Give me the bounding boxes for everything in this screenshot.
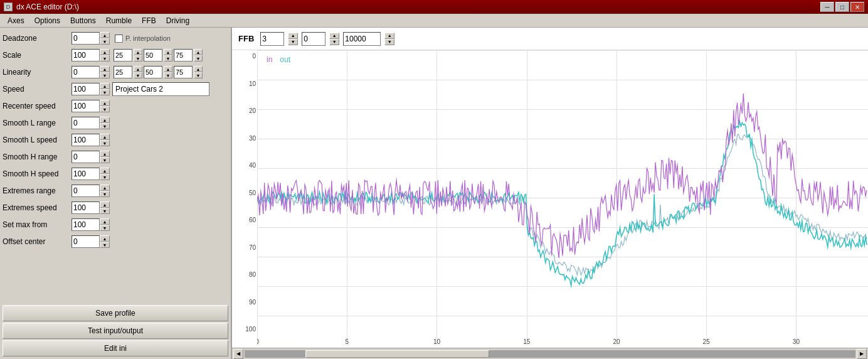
chart-canvas bbox=[257, 50, 868, 345]
right-panel: FFB 3 ▲ ▼ 0 ▲ ▼ 10000 ▲ ▼ bbox=[232, 28, 868, 359]
ffb-spin-3-down[interactable]: ▼ bbox=[384, 39, 394, 45]
y-label-10: 10 bbox=[233, 80, 256, 87]
param-row-scale: Scale 100 ▲ ▼ 25 ▲ ▼ 50 ▲ ▼ bbox=[3, 47, 228, 63]
scroll-thumb[interactable] bbox=[305, 350, 489, 358]
spin-up-smooth-h-speed[interactable]: ▲ bbox=[100, 168, 110, 174]
spin-up-smooth-h-range[interactable]: ▲ bbox=[100, 151, 110, 157]
spin-up-extremes-speed[interactable]: ▲ bbox=[100, 201, 110, 208]
save-profile-button[interactable]: Save profile bbox=[3, 305, 228, 321]
spin-down-offset-center[interactable]: ▼ bbox=[100, 242, 110, 248]
maximize-button[interactable]: □ bbox=[835, 2, 849, 12]
y-axis: 100 90 80 70 60 50 40 30 20 10 0 bbox=[232, 50, 257, 335]
menu-axes[interactable]: Axes bbox=[3, 15, 29, 26]
scale-extra-1[interactable]: 25 bbox=[114, 49, 132, 62]
spin-down-linearity[interactable]: ▼ bbox=[100, 72, 110, 78]
spin-up-deadzone[interactable]: ▲ bbox=[100, 32, 110, 38]
menu-buttons[interactable]: Buttons bbox=[65, 15, 101, 26]
scale-spin-1: ▲ ▼ bbox=[134, 49, 142, 62]
spin-offset-center: ▲ ▼ bbox=[100, 235, 110, 248]
value-extremes-range[interactable]: 0 bbox=[71, 185, 100, 197]
scale-spin-1-down[interactable]: ▼ bbox=[134, 55, 142, 62]
value-speed[interactable]: 100 bbox=[71, 83, 100, 95]
spin-down-smooth-l-range[interactable]: ▼ bbox=[100, 123, 110, 129]
param-row-smooth-h-range: Smooth H range 0 ▲ ▼ bbox=[3, 149, 228, 165]
linearity-spin-3-down[interactable]: ▼ bbox=[194, 72, 203, 78]
spin-down-set-max-from[interactable]: ▼ bbox=[100, 225, 110, 231]
value-offset-center[interactable]: 0 bbox=[71, 235, 100, 248]
spin-down-recenter-speed[interactable]: ▼ bbox=[100, 106, 110, 112]
game-select[interactable]: Project Cars 2 bbox=[112, 82, 209, 96]
ffb-input-1[interactable]: 3 bbox=[260, 32, 284, 46]
menu-rumble[interactable]: Rumble bbox=[101, 15, 137, 26]
menu-bar: Axes Options Buttons Rumble FFB Driving bbox=[0, 14, 868, 28]
spin-set-max-from: ▲ ▼ bbox=[100, 218, 110, 231]
linearity-extra-1[interactable]: 25 bbox=[114, 66, 132, 78]
menu-options[interactable]: Options bbox=[29, 15, 65, 26]
menu-ffb[interactable]: FFB bbox=[137, 15, 161, 26]
ffb-bar: FFB 3 ▲ ▼ 0 ▲ ▼ 10000 ▲ ▼ bbox=[232, 28, 868, 50]
linearity-spin-1-up[interactable]: ▲ bbox=[134, 66, 142, 72]
test-input-output-button[interactable]: Test input/output bbox=[3, 323, 228, 339]
linearity-spin-1-down[interactable]: ▼ bbox=[134, 72, 142, 78]
scroll-right-button[interactable]: ▶ bbox=[857, 349, 867, 359]
spin-up-linearity[interactable]: ▲ bbox=[100, 66, 110, 72]
value-smooth-h-range[interactable]: 0 bbox=[71, 151, 100, 163]
spin-down-smooth-h-range[interactable]: ▼ bbox=[100, 157, 110, 163]
spin-up-speed[interactable]: ▲ bbox=[100, 83, 110, 89]
left-panel: Deadzone 0 ▲ ▼ P. interpolation Scale 10… bbox=[0, 28, 232, 359]
spin-down-scale[interactable]: ▼ bbox=[100, 55, 110, 62]
value-deadzone[interactable]: 0 bbox=[71, 32, 100, 45]
spin-speed: ▲ ▼ bbox=[100, 83, 110, 95]
value-scale[interactable]: 100 bbox=[71, 49, 100, 62]
ffb-spin-3: ▲ ▼ bbox=[384, 33, 394, 45]
ffb-input-2[interactable]: 0 bbox=[302, 32, 326, 46]
scale-spin-1-up[interactable]: ▲ bbox=[134, 49, 142, 55]
ffb-spin-3-up[interactable]: ▲ bbox=[384, 33, 394, 39]
value-extremes-speed[interactable]: 100 bbox=[71, 201, 100, 214]
interpolation-checkbox[interactable] bbox=[115, 35, 123, 43]
linearity-spin-2-down[interactable]: ▼ bbox=[164, 72, 172, 78]
spin-up-set-max-from[interactable]: ▲ bbox=[100, 218, 110, 225]
linearity-spin-3-up[interactable]: ▲ bbox=[194, 66, 203, 72]
param-row-speed: Speed 100 ▲ ▼ Project Cars 2 bbox=[3, 81, 228, 97]
value-set-max-from[interactable]: 100 bbox=[71, 218, 100, 231]
scale-extra-2[interactable]: 50 bbox=[144, 49, 162, 62]
scale-extra-3[interactable]: 75 bbox=[174, 49, 193, 62]
scale-spin-3-up[interactable]: ▲ bbox=[194, 49, 203, 55]
spin-up-recenter-speed[interactable]: ▲ bbox=[100, 100, 110, 106]
value-linearity[interactable]: 0 bbox=[71, 66, 100, 78]
linearity-extra-3[interactable]: 75 bbox=[174, 66, 193, 78]
value-smooth-h-speed[interactable]: 100 bbox=[71, 168, 100, 180]
spin-down-speed[interactable]: ▼ bbox=[100, 89, 110, 95]
spin-down-smooth-h-speed[interactable]: ▼ bbox=[100, 174, 110, 180]
spin-down-smooth-l-speed[interactable]: ▼ bbox=[100, 140, 110, 146]
close-button[interactable]: ✕ bbox=[850, 2, 864, 12]
ffb-spin-1-up[interactable]: ▲ bbox=[288, 33, 298, 39]
app-icon: D bbox=[4, 3, 13, 11]
spin-down-extremes-range[interactable]: ▼ bbox=[100, 191, 110, 197]
value-smooth-l-speed[interactable]: 100 bbox=[71, 134, 100, 146]
spin-up-smooth-l-range[interactable]: ▲ bbox=[100, 117, 110, 123]
ffb-spin-2-up[interactable]: ▲ bbox=[329, 33, 339, 39]
spin-up-scale[interactable]: ▲ bbox=[100, 49, 110, 55]
edit-ini-button[interactable]: Edit ini bbox=[3, 340, 228, 356]
scroll-track[interactable] bbox=[245, 350, 855, 358]
ffb-spin-1-down[interactable]: ▼ bbox=[288, 39, 298, 45]
value-smooth-l-range[interactable]: 0 bbox=[71, 117, 100, 129]
scale-spin-2-down[interactable]: ▼ bbox=[164, 55, 172, 62]
scale-spin-2-up[interactable]: ▲ bbox=[164, 49, 172, 55]
spin-up-smooth-l-speed[interactable]: ▲ bbox=[100, 134, 110, 140]
linearity-extra-2[interactable]: 50 bbox=[144, 66, 162, 78]
scale-spin-3-down[interactable]: ▼ bbox=[194, 55, 203, 62]
value-recenter-speed[interactable]: 100 bbox=[71, 100, 100, 112]
menu-driving[interactable]: Driving bbox=[161, 15, 194, 26]
spin-down-extremes-speed[interactable]: ▼ bbox=[100, 208, 110, 214]
linearity-spin-2-up[interactable]: ▲ bbox=[164, 66, 172, 72]
spin-up-offset-center[interactable]: ▲ bbox=[100, 235, 110, 242]
spin-down-deadzone[interactable]: ▼ bbox=[100, 38, 110, 45]
ffb-input-3[interactable]: 10000 bbox=[343, 32, 381, 46]
spin-up-extremes-range[interactable]: ▲ bbox=[100, 185, 110, 191]
scroll-left-button[interactable]: ◀ bbox=[233, 349, 243, 359]
ffb-spin-2-down[interactable]: ▼ bbox=[329, 39, 339, 45]
minimize-button[interactable]: ─ bbox=[820, 2, 834, 12]
